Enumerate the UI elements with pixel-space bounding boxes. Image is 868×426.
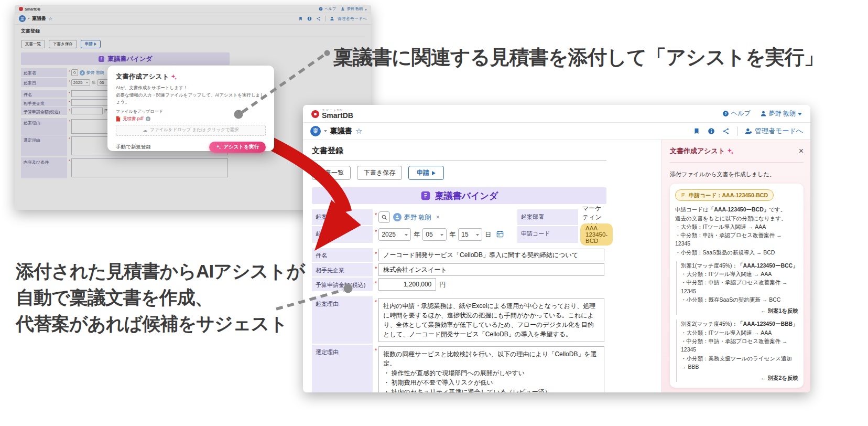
required-mark: *: [375, 212, 377, 218]
form-row-drafter: 起案者 * 夢野 敦朗 × 起案部署 マーケティング本部: [312, 209, 606, 225]
run-assist-button[interactable]: アシストを実行: [209, 142, 266, 153]
field-label-budget: 予算申請金額(税込): [312, 278, 373, 291]
subject-input[interactable]: ノーコード開発サービス「CelloDB」導入に関する契約締結について: [378, 249, 604, 261]
assist-modal: 文書作成アシスト AIが、文書作成をサポートします！ 必要な情報の入力・関連ファ…: [107, 66, 274, 151]
alt1-code: 「AAA-123450ーBCC」: [737, 262, 798, 269]
submit-button[interactable]: 申請: [408, 166, 444, 180]
help-link[interactable]: ? ヘルプ: [722, 109, 751, 118]
field-partner: * 株式会社インスイート: [373, 263, 606, 276]
field-budget: * 1,200,000 円: [373, 278, 606, 291]
app-code-chip: AAA-123450-BCD: [580, 223, 613, 246]
partner-input[interactable]: 株式会社インスイート: [378, 263, 604, 276]
code-desc-pre: 申請コードは: [675, 206, 709, 212]
alternative-2-title: 別案2(マッチ度45%)：「AAA-123450ーBBB」: [681, 320, 798, 328]
selection-textarea[interactable]: 複数の同種サービスと比較検討を行い、以下の理由により「CelloDB」を選定。 …: [378, 346, 604, 392]
field-subject: * ノーコード開発サービス「CelloDB」導入に関する契約締結について: [373, 248, 606, 262]
admin-mode-link[interactable]: 管理者モードへ: [745, 126, 803, 136]
assist-panel-title-text: 文書作成アシスト: [670, 146, 725, 156]
annotation-top: 稟議書に関連する見積書を添付して「アシストを実行」: [333, 44, 823, 71]
classification-bullet: ・中分類：申請・承認プロセス改善案件 → 12345: [681, 337, 798, 354]
calendar-icon[interactable]: [496, 230, 504, 240]
apply-alternative-2-link[interactable]: ← 別案2を反映: [681, 374, 798, 382]
assist-panel: 文書作成アシスト × 添付ファイルから文書を作成しました。 申請コード：AAA-…: [661, 140, 810, 392]
canvas: SmartDB ? ヘルプ 夢野 敦朗 稟 稟議書 ☆: [0, 0, 868, 426]
alternative-1-title: 別案1(マッチ度45%)：「AAA-123450ーBCC」: [681, 261, 798, 270]
drafter-chip: 夢野 敦朗 ×: [393, 213, 439, 222]
app-code-pill-text: 申請コード：AAA-123450-BCD: [689, 191, 768, 199]
modal-title: 文書作成アシスト: [116, 72, 266, 81]
day-select[interactable]: 15: [458, 228, 482, 241]
form-row-budget: 予算申請金額(税込) * 1,200,000 円: [312, 278, 606, 291]
submit-label: 申請: [417, 168, 429, 177]
code-desc-post: です。: [769, 206, 786, 212]
day-value: 15: [461, 231, 468, 238]
document-list-button[interactable]: 文書一覧: [312, 166, 351, 180]
field-reason: * 社内の申請・承認業務は、紙やExcelによる運用が中心となっており、処理に時…: [373, 296, 606, 344]
month-select[interactable]: 05: [422, 228, 447, 241]
selection-bullet: ・ 社内のセキュリティ基準に適合している（レビュー済）: [383, 387, 600, 392]
drafter-name: 夢野 敦朗: [404, 213, 431, 222]
alternative-1: 別案1(マッチ度45%)：「AAA-123450ーBCC」 ・大分類：ITツール…: [676, 261, 798, 315]
sparkle-icon: [216, 144, 221, 150]
save-draft-button[interactable]: 下書き保存: [357, 166, 402, 180]
field-label-partner: 相手先企業: [312, 263, 373, 276]
month-value: 05: [426, 231, 432, 238]
field-label-date: 起案日: [312, 226, 373, 243]
avatar: [393, 213, 402, 221]
close-icon[interactable]: ×: [799, 146, 804, 156]
search-icon: [381, 214, 387, 220]
search-user-button[interactable]: [378, 211, 390, 223]
share-icon[interactable]: [722, 127, 730, 135]
uploaded-file-name: 見積書.pdf: [123, 116, 144, 122]
annotation-bottom-line: 代替案があれば候補をサジェスト: [16, 311, 305, 337]
help-label: ヘルプ: [731, 109, 751, 118]
remove-user-icon[interactable]: ×: [436, 214, 440, 221]
bookmark-icon[interactable]: [693, 127, 700, 135]
assist-created-message: 添付ファイルから文書を作成しました。: [670, 171, 804, 178]
required-mark: *: [375, 347, 377, 354]
info-icon[interactable]: [708, 127, 715, 135]
user-menu[interactable]: 夢野 敦朗: [760, 109, 802, 118]
flag-icon: [681, 193, 686, 198]
file-dropzone[interactable]: ☁ ファイルをドロップ または クリックで選択: [116, 125, 266, 136]
classification-bullet: ・小分類：業務支援ツールのライセンス追加 → BBB: [681, 354, 798, 371]
form-row-partner: 相手先企業 * 株式会社インスイート: [312, 263, 606, 276]
field-label-appcode: 申請コード: [517, 226, 578, 243]
code-description: 申請コードは「AAA-123450ーBCD」です。: [675, 205, 798, 214]
app-window-large: スマートDB SmartDB ? ヘルプ 夢野 敦朗 稟 稟: [303, 105, 810, 392]
reason-textarea[interactable]: 社内の申請・承認業務は、紙やExcelによる運用が中心となっており、処理に時間を…: [378, 298, 604, 342]
classification-bullet: ・大分類：ITツール導入関連 → AAA: [681, 328, 798, 337]
modal-footer: 手動で新規登録 アシストを実行: [116, 142, 266, 153]
manual-register-link[interactable]: 手動で新規登録: [116, 144, 151, 151]
annotation-bottom-line: 添付された見積書からAIアシストが: [16, 258, 305, 284]
topbar-right: ? ヘルプ 夢野 敦朗: [722, 109, 802, 118]
favorite-star-icon[interactable]: ☆: [355, 127, 362, 135]
svg-text:?: ?: [724, 111, 727, 116]
year-select[interactable]: 2025: [378, 228, 411, 241]
selection-bullet: ・ 初期費用が不要で導入リスクが低い: [383, 378, 600, 387]
annotation-bottom-line: 自動で稟議文書を作成、: [16, 284, 305, 311]
field-label-subject: 件名: [312, 248, 373, 262]
required-mark: *: [375, 251, 377, 257]
apply-alternative-1-link[interactable]: ← 別案1を反映: [681, 306, 798, 315]
main-content: 文書登録 文書一覧 下書き保存 申請 稟議書バインダ 起案者: [303, 140, 661, 392]
sparkle-icon: [171, 74, 177, 80]
uploaded-file-chip: 見積書.pdf ×: [116, 116, 266, 122]
divider: [737, 126, 737, 136]
remove-file-icon[interactable]: ×: [146, 116, 150, 121]
binder-banner: 稟議書バインダ: [312, 187, 606, 204]
alternative-2: 別案2(マッチ度45%)：「AAA-123450ーBBB」 ・大分類：ITツール…: [676, 320, 798, 382]
date-unit: 年: [414, 230, 420, 239]
binder-switcher[interactable]: 稟 稟議書 ☆: [310, 126, 362, 136]
smartdb-logo[interactable]: スマートDB SmartDB: [311, 109, 353, 119]
admin-mode-label: 管理者モードへ: [755, 126, 803, 136]
cloud-upload-icon: ☁: [143, 127, 147, 133]
budget-input[interactable]: 1,200,000: [378, 278, 436, 291]
required-mark: *: [375, 299, 377, 305]
navbar: 稟 稟議書 ☆ 管理者モードへ: [303, 123, 810, 140]
chevron-down-icon: [476, 234, 479, 238]
form-row-reason: 起案理由 * 社内の申請・承認業務は、紙やExcelによる運用が中心となっており…: [312, 296, 606, 344]
assist-panel-header: 文書作成アシスト ×: [670, 146, 804, 163]
chevron-down-icon: [798, 113, 802, 118]
classification-bullet: ・中分類：申請・承認プロセス改善案件 → 12345: [675, 231, 798, 248]
